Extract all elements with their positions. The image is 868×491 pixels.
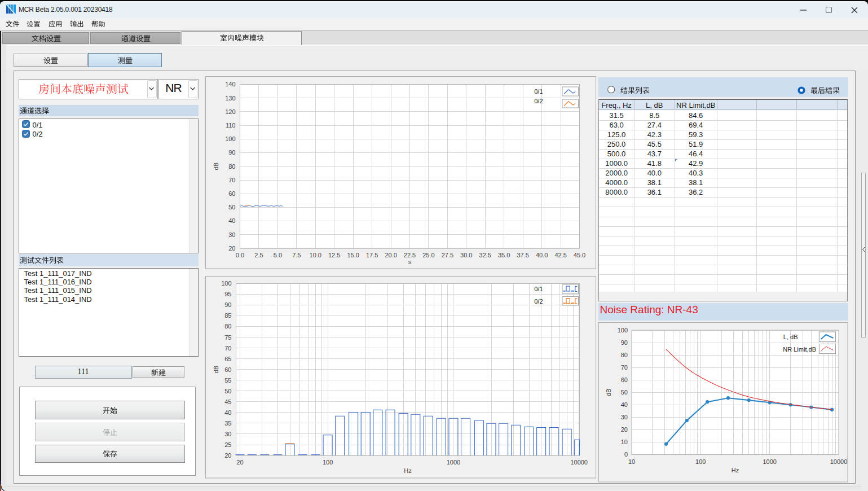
svg-text:Hz: Hz <box>404 467 411 474</box>
svg-text:45.0: 45.0 <box>573 252 585 258</box>
svg-text:8000.0: 8000.0 <box>605 188 628 196</box>
svg-text:60: 60 <box>224 366 231 372</box>
svg-text:125.0: 125.0 <box>607 130 625 139</box>
svg-text:20: 20 <box>224 451 231 458</box>
svg-text:40: 40 <box>224 409 231 415</box>
svg-text:15.0: 15.0 <box>347 252 359 258</box>
svg-text:55: 55 <box>224 376 231 383</box>
svg-text:37.5: 37.5 <box>517 252 528 258</box>
svg-text:1000: 1000 <box>763 458 776 465</box>
svg-text:0/2: 0/2 <box>534 97 543 104</box>
svg-text:20: 20 <box>620 426 627 433</box>
svg-text:59.3: 59.3 <box>689 130 703 139</box>
svg-text:500.0: 500.0 <box>607 150 625 158</box>
svg-text:1000: 1000 <box>446 459 460 466</box>
svg-text:100: 100 <box>617 327 627 334</box>
svg-text:42.3: 42.3 <box>647 130 661 139</box>
svg-text:Hz: Hz <box>731 467 738 474</box>
svg-text:30.0: 30.0 <box>460 252 472 258</box>
svg-text:90: 90 <box>224 301 231 308</box>
svg-text:30: 30 <box>224 430 231 437</box>
svg-text:35: 35 <box>224 419 231 426</box>
svg-text:38.1: 38.1 <box>647 178 661 187</box>
svg-text:110: 110 <box>225 121 235 128</box>
svg-text:90: 90 <box>620 339 627 346</box>
svg-text:70: 70 <box>228 176 235 183</box>
svg-text:42.9: 42.9 <box>689 159 703 168</box>
svg-text:10.0: 10.0 <box>309 252 321 258</box>
svg-text:L, dB: L, dB <box>783 334 797 340</box>
svg-text:NR Limit,dB: NR Limit,dB <box>676 101 715 109</box>
svg-text:17.5: 17.5 <box>365 252 377 258</box>
svg-text:80: 80 <box>620 352 627 358</box>
svg-text:32.5: 32.5 <box>479 252 491 258</box>
svg-text:85: 85 <box>224 312 231 319</box>
svg-text:20.0: 20.0 <box>385 252 396 258</box>
svg-text:L, dB: L, dB <box>646 101 663 109</box>
svg-text:20: 20 <box>236 459 243 466</box>
svg-text:50: 50 <box>228 204 235 211</box>
svg-text:250.0: 250.0 <box>607 140 625 148</box>
svg-text:36.1: 36.1 <box>647 188 661 196</box>
svg-text:40.0: 40.0 <box>535 252 547 258</box>
svg-text:100: 100 <box>322 459 332 466</box>
svg-text:40.0: 40.0 <box>647 169 661 177</box>
svg-text:75: 75 <box>224 334 231 340</box>
svg-text:8.5: 8.5 <box>649 111 659 120</box>
svg-text:0/1: 0/1 <box>534 88 543 95</box>
svg-text:45: 45 <box>224 398 231 405</box>
svg-text:0: 0 <box>624 451 627 458</box>
svg-text:42.5: 42.5 <box>554 252 566 258</box>
svg-text:NR Limit,dB: NR Limit,dB <box>783 346 816 353</box>
svg-text:65: 65 <box>224 355 231 362</box>
svg-text:30: 30 <box>228 231 235 238</box>
svg-text:10000: 10000 <box>570 459 588 466</box>
svg-text:46.4: 46.4 <box>689 150 703 158</box>
svg-text:5.0: 5.0 <box>273 252 281 258</box>
svg-text:50: 50 <box>224 387 231 394</box>
svg-text:s: s <box>408 258 411 265</box>
svg-text:70: 70 <box>224 344 231 351</box>
svg-text:60: 60 <box>228 190 235 197</box>
svg-text:70: 70 <box>620 364 627 371</box>
svg-text:100: 100 <box>221 280 231 287</box>
svg-text:31.5: 31.5 <box>609 111 623 120</box>
svg-text:0.0: 0.0 <box>235 252 244 258</box>
svg-text:12.5: 12.5 <box>328 252 340 258</box>
svg-text:51.9: 51.9 <box>689 140 703 148</box>
svg-text:80: 80 <box>228 163 235 169</box>
svg-text:0/1: 0/1 <box>534 286 543 292</box>
svg-text:dB: dB <box>213 163 219 170</box>
svg-text:27.5: 27.5 <box>441 252 453 258</box>
svg-text:10000: 10000 <box>830 458 847 465</box>
svg-text:27.4: 27.4 <box>647 121 661 129</box>
svg-text:90: 90 <box>228 149 235 156</box>
svg-text:1000.0: 1000.0 <box>605 159 628 168</box>
svg-text:45.5: 45.5 <box>647 140 661 148</box>
svg-text:Freq., Hz: Freq., Hz <box>601 101 631 109</box>
svg-text:30: 30 <box>620 414 627 420</box>
svg-text:38.1: 38.1 <box>689 178 703 187</box>
svg-text:40: 40 <box>620 401 627 408</box>
svg-text:0/2: 0/2 <box>534 297 543 304</box>
svg-text:100: 100 <box>695 458 706 465</box>
svg-text:120: 120 <box>225 108 235 115</box>
svg-text:130: 130 <box>225 94 235 101</box>
svg-text:22.5: 22.5 <box>403 252 415 258</box>
svg-text:4000.0: 4000.0 <box>605 178 628 187</box>
svg-text:43.7: 43.7 <box>647 150 661 158</box>
svg-text:10: 10 <box>628 458 635 465</box>
svg-text:10: 10 <box>620 439 627 445</box>
svg-text:40.3: 40.3 <box>689 169 703 177</box>
svg-text:63.0: 63.0 <box>609 121 623 129</box>
svg-text:7.5: 7.5 <box>292 252 301 258</box>
svg-text:95: 95 <box>224 291 231 297</box>
svg-text:2000.0: 2000.0 <box>605 169 628 177</box>
svg-text:35.0: 35.0 <box>497 252 509 258</box>
svg-text:41.8: 41.8 <box>647 159 661 168</box>
svg-text:50: 50 <box>620 389 627 396</box>
svg-text:2.5: 2.5 <box>254 252 263 258</box>
svg-text:69.4: 69.4 <box>689 121 703 129</box>
svg-text:60: 60 <box>620 376 627 383</box>
svg-text:20: 20 <box>228 244 235 251</box>
